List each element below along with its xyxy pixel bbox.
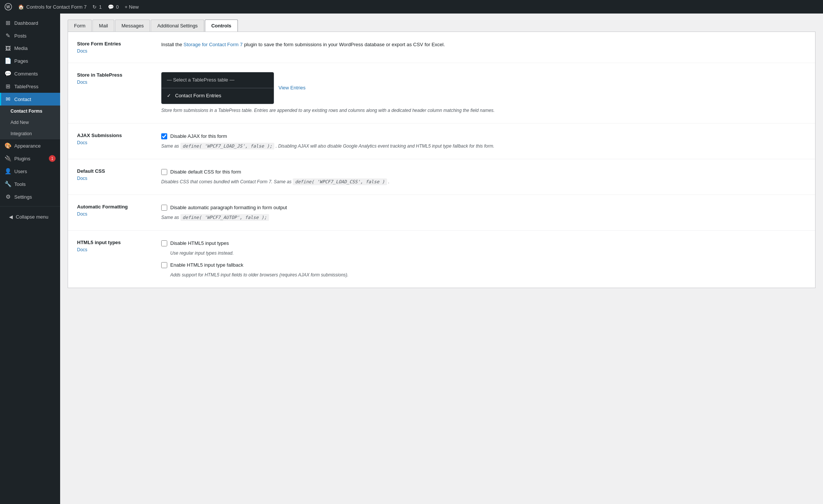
store-form-entries-content: Install the Storage for Contact Form 7 p… — [161, 41, 806, 54]
html5-disable-checkbox[interactable] — [161, 240, 167, 246]
home-icon: 🏠 — [18, 4, 24, 10]
tablepress-icon: ⊞ — [5, 83, 11, 90]
tablepress-select[interactable]: — Select a TablePress table — ✓ Contact … — [161, 72, 274, 104]
automatic-formatting-label: Automatic Formatting Docs — [77, 204, 152, 221]
tablepress-description: Store form submissions in a TablePress t… — [161, 107, 806, 114]
tab-additional-settings[interactable]: Additional Settings — [151, 20, 204, 32]
svg-text:W: W — [6, 5, 10, 9]
storage-plugin-link[interactable]: Storage for Contact Form 7 — [183, 42, 243, 47]
sidebar-item-tools[interactable]: 🔧 Tools — [0, 178, 60, 190]
sidebar-item-posts[interactable]: ✎ Posts — [0, 29, 60, 42]
sidebar-item-dashboard[interactable]: ⊞ Dashboard — [0, 17, 60, 29]
css-checkbox-label: Disable default CSS for this form — [170, 168, 241, 176]
content-area: Form Mail Messages Additional Settings C… — [60, 14, 823, 504]
sidebar-item-appearance[interactable]: 🎨 Appearance — [0, 139, 60, 152]
contact-icon: ✉ — [5, 96, 11, 103]
posts-icon: ✎ — [5, 32, 11, 39]
sidebar-item-contact-forms[interactable]: Contact Forms — [0, 106, 60, 117]
html5-input-types-label: HTML5 input types Docs — [77, 240, 152, 279]
ajax-checkbox-row: Disable AJAX for this form — [161, 133, 806, 140]
view-entries-link[interactable]: View Entries — [278, 84, 306, 92]
sidebar-item-tablepress[interactable]: ⊞ TablePress — [0, 80, 60, 93]
html5-fallback-checkbox[interactable] — [161, 262, 167, 268]
comments-button[interactable]: 💬 0 — [108, 4, 119, 10]
check-icon: ✓ — [167, 92, 172, 100]
sidebar-item-integration[interactable]: Integration — [0, 128, 60, 139]
ajax-submissions-label: AJAX Submissions Docs — [77, 133, 152, 150]
html5-fallback-label: Enable HTML5 input type fallback — [170, 261, 243, 269]
tablepress-dropdown-wrapper: — Select a TablePress table — ✓ Contact … — [161, 72, 806, 104]
tabs-container: Form Mail Messages Additional Settings C… — [60, 14, 823, 32]
wp-logo-button[interactable]: W — [5, 3, 12, 11]
automatic-formatting-docs[interactable]: Docs — [77, 211, 87, 217]
store-form-entries-label: Store Form Entries Docs — [77, 41, 152, 54]
html5-disable-label: Disable HTML5 input types — [170, 240, 229, 247]
css-checkbox[interactable] — [161, 169, 167, 175]
sidebar-item-pages[interactable]: 📄 Pages — [0, 54, 60, 67]
contact-submenu: Contact Forms Add New Integration — [0, 106, 60, 139]
tab-messages[interactable]: Messages — [115, 20, 150, 32]
admin-bar: W 🏠 Controls for Contact Form 7 ↻ 1 💬 0 … — [0, 0, 823, 14]
tab-mail[interactable]: Mail — [92, 20, 114, 32]
ajax-description: Same as define( 'WPCF7_LOAD_JS', false )… — [161, 143, 806, 150]
select-option-contact-form-entries[interactable]: ✓ Contact Form Entries — [162, 88, 274, 104]
sidebar: ⊞ Dashboard ✎ Posts 🖼 Media 📄 Pages 💬 Co… — [0, 14, 60, 504]
html5-input-types-content: Disable HTML5 input types Use regular in… — [161, 240, 806, 279]
site-name[interactable]: 🏠 Controls for Contact Form 7 — [18, 4, 86, 10]
automatic-formatting-content: Disable automatic paragraph formatting i… — [161, 204, 806, 221]
html5-fallback-desc: Adds support for HTML5 input fields to o… — [170, 272, 806, 279]
new-content-button[interactable]: + New — [125, 4, 139, 10]
comments-icon: 💬 — [108, 4, 114, 10]
tab-controls[interactable]: Controls — [205, 20, 238, 32]
sidebar-footer: ◀ Collapse menu — [0, 206, 60, 227]
ajax-submissions-docs[interactable]: Docs — [77, 140, 87, 145]
select-placeholder: — Select a TablePress table — — [162, 72, 274, 88]
sidebar-item-plugins[interactable]: 🔌 Plugins 1 — [0, 152, 60, 165]
sidebar-item-comments[interactable]: 💬 Comments — [0, 67, 60, 80]
controls-panel: Store Form Entries Docs Install the Stor… — [68, 32, 815, 288]
ajax-submissions-row: AJAX Submissions Docs Disable AJAX for t… — [68, 124, 815, 159]
tools-icon: 🔧 — [5, 181, 11, 187]
dashboard-icon: ⊞ — [5, 20, 11, 26]
default-css-content: Disable default CSS for this form Disabl… — [161, 168, 806, 186]
settings-icon: ⚙ — [5, 193, 11, 200]
updates-button[interactable]: ↻ 1 — [92, 4, 101, 10]
css-checkbox-row: Disable default CSS for this form — [161, 168, 806, 176]
updates-icon: ↻ — [92, 4, 97, 10]
default-css-label: Default CSS Docs — [77, 168, 152, 186]
sidebar-item-users[interactable]: 👤 Users — [0, 165, 60, 178]
html5-disable-desc: Use regular input types instead. — [170, 250, 806, 257]
ajax-submissions-content: Disable AJAX for this form Same as defin… — [161, 133, 806, 150]
tab-form[interactable]: Form — [68, 20, 92, 32]
autop-checkbox-label: Disable automatic paragraph formatting i… — [170, 204, 287, 212]
store-in-tablepress-row: Store in TablePress Docs — Select a Tabl… — [68, 63, 815, 124]
store-form-entries-row: Store Form Entries Docs Install the Stor… — [68, 32, 815, 63]
default-css-row: Default CSS Docs Disable default CSS for… — [68, 159, 815, 195]
automatic-formatting-row: Automatic Formatting Docs Disable automa… — [68, 195, 815, 231]
default-css-docs[interactable]: Docs — [77, 176, 87, 181]
ajax-checkbox[interactable] — [161, 133, 167, 139]
main-layout: ⊞ Dashboard ✎ Posts 🖼 Media 📄 Pages 💬 Co… — [0, 14, 823, 504]
store-form-entries-docs[interactable]: Docs — [77, 48, 87, 54]
sidebar-item-settings[interactable]: ⚙ Settings — [0, 190, 60, 203]
html5-disable-checkbox-row: Disable HTML5 input types — [161, 240, 806, 247]
autop-description: Same as define( 'WPCF7_AUTOP', false ); — [161, 214, 806, 221]
css-description: Disables CSS that comes bundled with Con… — [161, 178, 806, 186]
plugins-badge: 1 — [49, 155, 56, 162]
pages-icon: 📄 — [5, 57, 11, 64]
sidebar-item-add-new[interactable]: Add New — [0, 117, 60, 128]
store-in-tablepress-label: Store in TablePress Docs — [77, 72, 152, 114]
html5-docs[interactable]: Docs — [77, 247, 87, 252]
sidebar-item-media[interactable]: 🖼 Media — [0, 42, 60, 54]
collapse-icon: ◀ — [9, 214, 13, 220]
collapse-menu-button[interactable]: ◀ Collapse menu — [5, 211, 56, 223]
plugins-icon: 🔌 — [5, 155, 11, 162]
autop-checkbox[interactable] — [161, 205, 167, 211]
autop-checkbox-row: Disable automatic paragraph formatting i… — [161, 204, 806, 212]
store-in-tablepress-docs[interactable]: Docs — [77, 80, 87, 85]
ajax-checkbox-label: Disable AJAX for this form — [170, 133, 227, 140]
html5-fallback-checkbox-row: Enable HTML5 input type fallback — [161, 261, 806, 269]
appearance-icon: 🎨 — [5, 142, 11, 149]
users-icon: 👤 — [5, 168, 11, 175]
sidebar-item-contact[interactable]: ✉ Contact — [0, 93, 60, 106]
